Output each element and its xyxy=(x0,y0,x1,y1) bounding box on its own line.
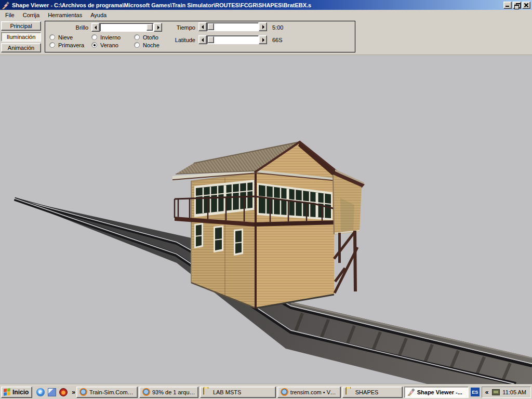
brightness-slider xyxy=(91,23,162,32)
radio-primavera[interactable] xyxy=(49,42,55,48)
start-label: Inicio xyxy=(12,389,29,396)
title-bar: Shape Viewer - C:\Archivos de programa\M… xyxy=(0,0,532,10)
display-tray-icon[interactable] xyxy=(492,389,500,395)
radio-nieve-label: Nieve xyxy=(58,34,73,41)
right-arrow-icon xyxy=(157,25,159,30)
time-slider xyxy=(198,22,267,31)
brightness-left-arrow[interactable] xyxy=(91,23,100,32)
latitude-thumb[interactable] xyxy=(208,36,214,43)
close-button[interactable] xyxy=(522,2,530,9)
task-shapes-folder[interactable]: SHAPES xyxy=(342,387,403,398)
firefox-icon xyxy=(142,388,150,396)
left-arrow-icon xyxy=(202,25,204,29)
left-arrow-icon xyxy=(202,38,204,42)
task-trensim[interactable]: trensim.com • Ve... xyxy=(277,387,341,398)
start-button[interactable]: Inicio xyxy=(1,387,32,398)
tab-iluminacion[interactable]: Iluminación xyxy=(1,32,41,42)
time-value: 5:00 xyxy=(272,24,283,31)
task-buttons: Train-Sim.Com Fi... 93% de 1 arquiv... L… xyxy=(76,387,469,398)
time-track[interactable] xyxy=(207,22,259,31)
menu-herramientas[interactable]: Herramientas xyxy=(44,11,86,19)
right-arrow-icon xyxy=(262,38,264,42)
radio-invierno[interactable] xyxy=(91,34,97,40)
launcher-icon[interactable] xyxy=(59,388,68,396)
radio-verano[interactable] xyxy=(91,42,97,48)
time-label: Tiempo xyxy=(170,24,195,31)
tab-animacion[interactable]: Animación xyxy=(1,43,41,52)
taskbar: Inicio » Train-Sim.Com Fi... 93% de 1 ar… xyxy=(0,384,532,399)
brightness-label: Brillo xyxy=(56,24,88,31)
brightness-right-arrow[interactable] xyxy=(154,23,162,32)
latitude-value: 66S xyxy=(272,37,283,43)
window-title: Shape Viewer - C:\Archivos de programa\M… xyxy=(12,2,501,8)
latitude-right-arrow[interactable] xyxy=(259,35,267,44)
radio-primavera-label: Primavera xyxy=(58,42,84,48)
menu-file[interactable]: File xyxy=(1,11,19,19)
task-lab-msts-folder[interactable]: LAB MSTS xyxy=(200,387,276,398)
left-arrow-icon xyxy=(95,25,97,30)
language-indicator[interactable]: ES xyxy=(471,388,480,396)
tray-chevron[interactable]: « xyxy=(484,389,490,396)
show-desktop-icon[interactable] xyxy=(48,388,56,396)
firefox-icon xyxy=(281,388,288,396)
task-train-sim[interactable]: Train-Sim.Com Fi... xyxy=(76,387,138,398)
tab-principal[interactable]: Principal xyxy=(1,21,41,31)
menu-corrija[interactable]: Corrija xyxy=(19,11,44,19)
clock: 11:05 AM xyxy=(502,389,526,395)
menu-bar: File Corrija Herramientas Ayuda xyxy=(0,10,532,20)
tray-panel: « 11:05 AM xyxy=(482,387,531,398)
windows-logo-icon xyxy=(4,388,11,396)
folder-icon xyxy=(345,388,347,395)
latitude-track[interactable] xyxy=(207,35,259,44)
radio-invierno-label: Invierno xyxy=(100,34,121,41)
shape-viewer-icon xyxy=(407,388,415,396)
time-left-arrow[interactable] xyxy=(198,22,207,31)
brightness-track[interactable] xyxy=(100,23,154,32)
3d-scene xyxy=(0,55,532,384)
latitude-label: Latitude xyxy=(167,37,195,43)
task-download[interactable]: 93% de 1 arquiv... xyxy=(139,387,198,398)
menu-ayuda[interactable]: Ayuda xyxy=(86,11,111,19)
radio-noche-label: Noche xyxy=(143,42,159,48)
toolbar: Principal Iluminación Animación Brillo N… xyxy=(0,20,532,55)
radio-otono-label: Otoño xyxy=(143,34,158,41)
task-shape-viewer[interactable]: Shape Viewer -... xyxy=(404,387,469,398)
system-tray: ES « 11:05 AM xyxy=(471,387,531,398)
radio-noche[interactable] xyxy=(134,42,140,48)
3d-viewport[interactable] xyxy=(0,55,532,384)
internet-explorer-icon[interactable] xyxy=(36,388,45,396)
right-arrow-icon xyxy=(262,25,264,29)
latitude-slider xyxy=(198,35,267,44)
latitude-left-arrow[interactable] xyxy=(198,35,207,44)
brightness-thumb[interactable] xyxy=(147,24,153,31)
firefox-icon xyxy=(79,388,87,396)
folder-icon xyxy=(203,388,204,395)
radio-verano-label: Verano xyxy=(100,42,118,48)
time-thumb[interactable] xyxy=(208,23,214,30)
radio-otono[interactable] xyxy=(134,34,140,40)
minimize-button[interactable] xyxy=(503,2,512,9)
radio-nieve[interactable] xyxy=(49,34,55,40)
quick-launch xyxy=(36,388,68,396)
restore-button[interactable] xyxy=(513,2,521,9)
quick-launch-overflow-chevron[interactable]: » xyxy=(71,389,76,396)
shape-viewer-app-icon xyxy=(2,1,10,9)
time-right-arrow[interactable] xyxy=(259,22,267,31)
desktop: Shape Viewer - C:\Archivos de programa\M… xyxy=(0,0,532,399)
